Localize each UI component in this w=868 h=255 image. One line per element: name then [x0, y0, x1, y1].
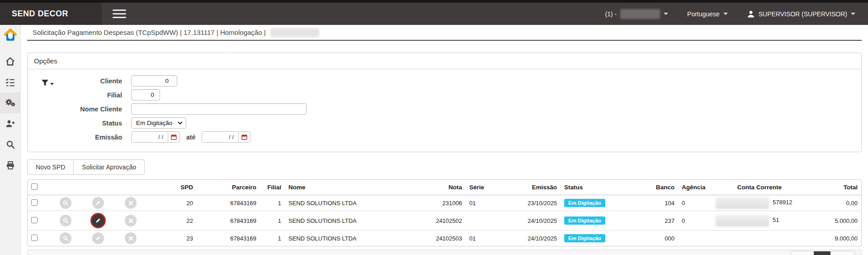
- hamburger-menu-icon[interactable]: [113, 7, 126, 20]
- status-select-value: Em Digitação: [136, 120, 172, 126]
- cell-emissao: 24/10/2025: [493, 231, 561, 246]
- col-emissao: Emissão: [493, 180, 561, 195]
- pencil-icon: [95, 218, 101, 223]
- cell-spd: 20: [147, 195, 197, 211]
- sidebar-item-home[interactable]: [0, 51, 21, 72]
- cancel-row-button[interactable]: [125, 197, 137, 209]
- cell-serie: 01: [466, 195, 493, 211]
- user-icon: [747, 10, 755, 18]
- top-bar: SEND DECOR (1) - Portuguese SUPERVISOR (…: [0, 0, 868, 25]
- calendar-icon[interactable]: [238, 132, 250, 142]
- redacted-account: [716, 197, 769, 209]
- language-label: Portuguese: [687, 10, 720, 18]
- cell-emissao: 24/10/2025: [493, 211, 561, 231]
- col-agencia: Agência: [678, 180, 712, 195]
- view-row-button[interactable]: [60, 197, 71, 209]
- checklist-icon: [5, 77, 15, 87]
- emissao-to-input[interactable]: [202, 132, 238, 142]
- edit-row-button[interactable]: [92, 197, 104, 209]
- table-row: 20 67843169 1 SEND SOLUTIONS LTDA 231006…: [28, 195, 861, 211]
- cell-agencia: [678, 231, 712, 246]
- app-logo-icon[interactable]: [4, 28, 17, 44]
- cancel-row-button[interactable]: [125, 232, 137, 244]
- sidebar-item-print[interactable]: [0, 155, 21, 176]
- current-page-button[interactable]: 1: [814, 251, 830, 255]
- col-filial: Filial: [260, 180, 285, 195]
- redacted-environment-name: [620, 9, 660, 19]
- row-checkbox[interactable]: [31, 235, 38, 241]
- col-banco: Banco: [613, 180, 678, 195]
- cell-parceiro: 67843169: [197, 211, 260, 231]
- filial-label: Filial: [34, 91, 131, 99]
- status-select[interactable]: Em Digitação: [131, 117, 186, 129]
- cell-agencia: 0: [678, 211, 712, 231]
- pencil-icon: [95, 236, 101, 241]
- environment-dropdown[interactable]: (1) -: [605, 9, 668, 19]
- cell-nota: 24102503: [407, 231, 466, 246]
- nome-cliente-input[interactable]: [131, 103, 307, 115]
- x-icon: [128, 236, 133, 241]
- next-page-button[interactable]: Seg: [830, 251, 854, 255]
- cliente-input[interactable]: [131, 75, 177, 87]
- chevron-down-icon: [723, 13, 728, 15]
- pencil-icon: [95, 200, 101, 206]
- sidebar-item-tasks[interactable]: [0, 72, 21, 92]
- cell-nome: SEND SOLUTIONS LTDA: [285, 211, 407, 231]
- col-total: Total: [807, 180, 861, 195]
- col-conta: Conta Corrente: [712, 180, 807, 195]
- redacted-account: [716, 215, 769, 226]
- cell-conta: 578912: [773, 199, 792, 206]
- language-dropdown[interactable]: Portuguese: [687, 10, 728, 18]
- calendar-icon[interactable]: [168, 132, 179, 142]
- novo-spd-button[interactable]: Novo SPD: [27, 159, 73, 175]
- row-checkbox[interactable]: [31, 199, 38, 206]
- cell-parceiro: 67843169: [197, 231, 260, 246]
- user-menu-dropdown[interactable]: SUPERVISOR (SUPERVISOR): [747, 10, 855, 18]
- cell-banco: 000: [613, 231, 678, 246]
- action-toolbar: Novo SPD Solicitar Aprovação: [27, 159, 862, 175]
- cell-conta: [712, 231, 807, 246]
- cell-total: 0,00: [807, 195, 861, 211]
- breadcrumb-text: Solicitação Pagamento Despesas (TCpSpdWW…: [33, 29, 266, 36]
- sidebar-item-add-user[interactable]: [0, 113, 21, 134]
- cell-banco: 104: [613, 195, 678, 211]
- view-row-button[interactable]: [60, 215, 71, 226]
- breadcrumb: Solicitação Pagamento Despesas (TCpSpdWW…: [27, 25, 862, 41]
- prev-page-button[interactable]: Ant: [791, 251, 814, 255]
- edit-row-button[interactable]: [92, 232, 104, 244]
- emissao-from-input[interactable]: [132, 132, 168, 142]
- cell-nome: SEND SOLUTIONS LTDA: [285, 231, 407, 246]
- cancel-row-button[interactable]: [125, 215, 137, 226]
- magnifier-icon: [63, 218, 68, 223]
- view-row-button[interactable]: [60, 232, 71, 244]
- environment-prefix: (1) -: [605, 10, 617, 18]
- col-spd: SPD: [147, 180, 197, 195]
- table-header-row: SPD Parceiro Filial Nome Nota Série Emis…: [28, 180, 861, 195]
- sidebar-item-search[interactable]: [0, 134, 21, 155]
- col-nome: Nome: [285, 180, 407, 195]
- row-checkbox[interactable]: [31, 217, 38, 223]
- print-icon: [6, 161, 15, 170]
- cell-nota: 231006: [407, 195, 466, 211]
- chevron-down-icon: [664, 13, 668, 15]
- options-panel: Opções Cliente Filial Nome Clie: [27, 53, 862, 152]
- options-panel-title: Opções: [28, 53, 861, 69]
- sidebar-item-settings[interactable]: [0, 92, 21, 113]
- chevron-down-icon: [178, 121, 183, 125]
- filial-input[interactable]: [131, 89, 160, 101]
- cell-spd: 23: [147, 231, 197, 246]
- user-name-label: SUPERVISOR (SUPERVISOR): [759, 10, 847, 18]
- cell-nome: SEND SOLUTIONS LTDA: [285, 195, 407, 211]
- filter-menu-button[interactable]: [41, 79, 54, 87]
- cell-banco: 237: [613, 211, 678, 231]
- col-nota: Nota: [407, 180, 466, 195]
- edit-row-button-highlighted[interactable]: [90, 213, 106, 228]
- solicitar-aprovacao-button[interactable]: Solicitar Aprovação: [73, 159, 145, 175]
- filter-funnel-icon: [41, 79, 49, 87]
- cell-emissao: 23/10/2025: [493, 195, 561, 211]
- select-all-checkbox[interactable]: [31, 183, 38, 190]
- cell-total: 5.000,00: [807, 211, 861, 231]
- cell-agencia: 0: [678, 195, 712, 211]
- cell-total: 9.000,00: [807, 231, 861, 246]
- col-status: Status: [561, 180, 613, 195]
